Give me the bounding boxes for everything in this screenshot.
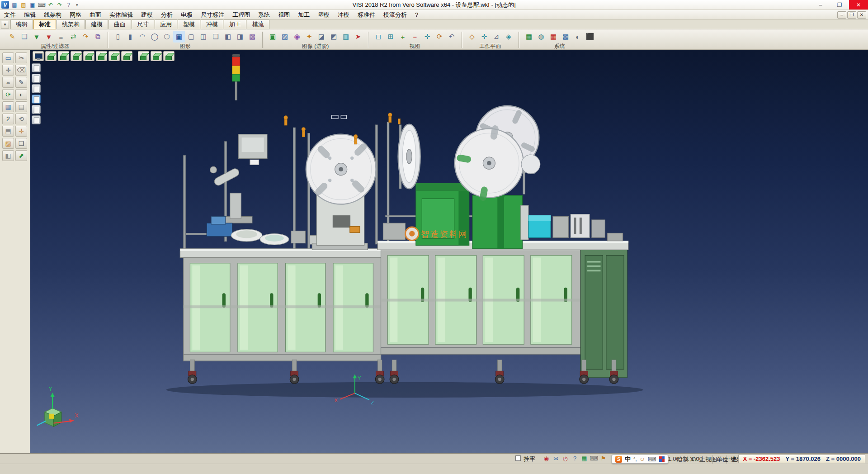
filter-off-icon[interactable]: ▼: [43, 31, 55, 43]
menu-item[interactable]: 网格: [66, 10, 85, 20]
menu-item[interactable]: 文件: [0, 10, 20, 20]
toolbar-tab[interactable]: 加工: [224, 19, 246, 29]
profile-icon[interactable]: ⬡: [161, 31, 173, 43]
flag-icon[interactable]: ⚑: [599, 455, 607, 462]
render-icon[interactable]: ▣: [267, 31, 278, 43]
feeder-table[interactable]: [207, 217, 322, 245]
menu-item[interactable]: ?: [411, 10, 422, 19]
render-options-icon[interactable]: ◐: [572, 31, 584, 43]
close-button[interactable]: ✕: [849, 0, 868, 9]
view-back-icon[interactable]: [96, 51, 107, 61]
globe-icon[interactable]: ◍: [535, 31, 547, 43]
construction-plane-icon[interactable]: ⬛: [584, 31, 596, 43]
background-icon[interactable]: ◪: [316, 31, 327, 43]
delete-icon[interactable]: ⌫: [15, 65, 27, 76]
toolbar-tab[interactable]: 尺寸: [132, 19, 154, 29]
grid-icon[interactable]: ▦: [523, 31, 535, 43]
properties-edit-icon[interactable]: ✎: [6, 31, 18, 43]
filter-on-icon[interactable]: ▼: [31, 31, 42, 43]
app-logo-icon[interactable]: V: [1, 1, 9, 9]
clipboard-view-icon[interactable]: [32, 63, 41, 72]
menu-item[interactable]: 模流分析: [379, 10, 411, 20]
reel-middle[interactable]: [398, 124, 420, 189]
keyboard-status-icon[interactable]: ⌨: [590, 455, 598, 462]
robot-arm[interactable]: [210, 166, 252, 223]
menu-item[interactable]: 线架构: [40, 10, 66, 20]
clipboard-icon[interactable]: ❏: [15, 138, 27, 149]
menu-item[interactable]: 工程图: [228, 10, 254, 20]
snap-point-icon[interactable]: ✛: [2, 65, 14, 76]
redo-icon[interactable]: ↷: [56, 1, 64, 9]
workplane-icon[interactable]: ◇: [466, 31, 478, 43]
view-dynamic-icon[interactable]: [163, 51, 175, 61]
clipboard-view-icon[interactable]: [32, 84, 41, 93]
left-bench[interactable]: [180, 249, 384, 361]
apply-filter-icon[interactable]: ↷: [80, 31, 91, 43]
casters[interactable]: [188, 360, 618, 384]
line-style-icon[interactable]: ▮: [124, 31, 136, 43]
edit-geometry-icon[interactable]: ✎: [15, 77, 27, 88]
quick-access-dropdown-icon[interactable]: ▾: [74, 3, 80, 7]
menu-item[interactable]: 加工: [294, 10, 314, 20]
zoom-fit-icon[interactable]: ◻: [373, 31, 384, 43]
minimize-button[interactable]: –: [811, 0, 830, 9]
view-right-icon[interactable]: [121, 51, 132, 61]
properties-copy-icon[interactable]: ❏: [19, 31, 30, 43]
blank-icon[interactable]: ◧: [222, 31, 234, 43]
new-file-icon[interactable]: ▤: [10, 1, 19, 9]
shadow-icon[interactable]: ◩: [328, 31, 340, 43]
section-view-icon[interactable]: ▥: [340, 31, 352, 43]
toolbar-tab[interactable]: 编辑: [10, 19, 33, 29]
animation-icon[interactable]: ➤: [352, 31, 364, 43]
open-file-icon[interactable]: ▨: [19, 1, 28, 9]
right-bench[interactable]: [377, 233, 628, 377]
right-fixtures[interactable]: [553, 214, 605, 238]
toolbar-tab[interactable]: 模流: [247, 19, 269, 29]
view-bottom-icon[interactable]: [71, 51, 82, 61]
menu-item[interactable]: 建模: [137, 10, 157, 20]
pan-icon[interactable]: ✛: [421, 31, 433, 43]
axis-icon[interactable]: ✛: [15, 126, 27, 137]
layer-group-icon[interactable]: ❏: [210, 31, 222, 43]
circle-style-icon[interactable]: ◯: [149, 31, 160, 43]
menu-item[interactable]: 曲面: [85, 10, 105, 20]
ime-keyboard-icon[interactable]: ⌨: [648, 456, 656, 463]
measure-icon[interactable]: ▤: [15, 101, 27, 112]
hatch-icon[interactable]: ▨: [2, 138, 14, 149]
toolbar-tab[interactable]: 建模: [85, 19, 108, 29]
arc-style-icon[interactable]: ◠: [137, 31, 148, 43]
2d-mode-icon[interactable]: 2: [2, 114, 14, 124]
rotate-icon[interactable]: ⟳: [2, 89, 14, 100]
ime-logo-icon[interactable]: S: [615, 456, 622, 463]
undo-icon[interactable]: ↶: [47, 1, 55, 9]
menu-item[interactable]: 尺寸标注: [197, 10, 228, 20]
zoom-window-icon[interactable]: ⊞: [385, 31, 396, 43]
ime-punctuation-icon[interactable]: °,: [633, 456, 637, 462]
toolbar-tab[interactable]: 曲面: [108, 19, 131, 29]
snapshot-icon[interactable]: ✦: [303, 31, 315, 43]
menu-item[interactable]: 分析: [157, 10, 177, 20]
maximize-button[interactable]: ❐: [830, 0, 849, 9]
zoom-out-icon[interactable]: −: [409, 31, 421, 43]
select-icon[interactable]: ▭: [2, 52, 14, 63]
view-iso-icon[interactable]: [45, 51, 57, 61]
menu-item[interactable]: 视图: [274, 10, 294, 20]
previous-view-icon[interactable]: ↶: [446, 31, 458, 43]
view-top-icon[interactable]: [58, 51, 69, 61]
view-axonometric-icon[interactable]: [138, 51, 149, 61]
tab-overflow-icon[interactable]: ▾: [1, 21, 9, 28]
view-monitor-icon[interactable]: [33, 51, 44, 61]
menu-item[interactable]: 系统: [254, 10, 274, 20]
unblank-icon[interactable]: ◨: [234, 31, 246, 43]
shade-mode-icon[interactable]: ▣: [173, 31, 185, 43]
hidden-line-icon[interactable]: ◫: [198, 31, 209, 43]
camera-icon[interactable]: ◉: [291, 31, 303, 43]
wireframe-icon[interactable]: ▢: [185, 31, 197, 43]
view-left-icon[interactable]: [108, 51, 120, 61]
array-icon[interactable]: ▦: [2, 101, 14, 112]
menu-item[interactable]: 编辑: [20, 10, 40, 20]
help-status-icon[interactable]: ?: [571, 455, 579, 462]
joint-feeder[interactable]: [383, 223, 405, 240]
clipboard-view-icon-active[interactable]: [32, 95, 41, 104]
cyan-box[interactable]: [528, 215, 551, 237]
